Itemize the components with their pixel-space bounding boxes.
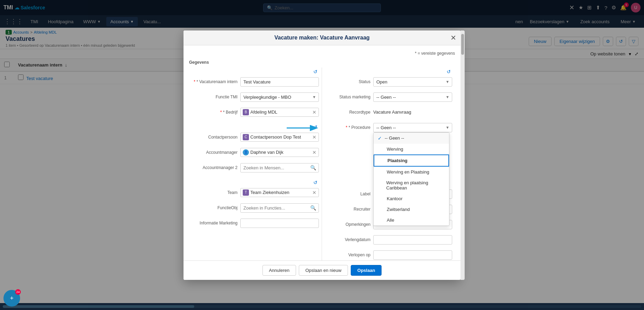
recordtype-value: Vacature Aanvraag [373,108,452,116]
informatie-field [240,219,319,228]
accountmanager-icon: 👤 [243,149,249,156]
status-marketing-field: -- Geen -- ▼ [373,92,452,102]
search-icon: 🔍 [310,165,316,170]
dropdown-item-kantoor[interactable]: Kantoor [374,193,449,204]
modal-vacature: Vacature maken: Vacature Aanvraag ✕ * = … [184,30,460,280]
bedrijf-label: * Bedrijf [192,108,240,115]
dropdown-item-werving-caribbean[interactable]: Werving en plaatsing Caribbean [374,177,449,193]
contactpersoon-value: Contactpersoon Dop Test [250,134,311,140]
reset-team-button[interactable]: ↺ [312,178,319,187]
verlengdatum-row: Verlengdatum [325,235,452,246]
functieobj-row: FunctieObj 🔍 [192,203,319,214]
accountmanager-value: Daphne van Dijk [250,150,311,155]
procedure-dropdown: ✓ -- Geen -- Werving Plaatsing [373,132,449,226]
required-note: * = vereiste gegevens [189,51,455,56]
team-label: Team [192,188,240,195]
bottom-badge[interactable]: + 24 [3,290,20,307]
accountmanager-label: Accountmanager [192,148,240,155]
team-remove-button[interactable]: ✕ [312,190,316,195]
verlopen-row: Verlopen op [325,250,452,260]
accountmanager2-row: Accountmanager 2 🔍 [192,163,319,174]
modal-scrollbar[interactable] [460,30,465,280]
bedrijf-row: * Bedrijf B Afdeling MDL ✕ [192,108,319,119]
opmerkingen-label: Opmerkingen [325,220,373,227]
scrollbar-thumb [461,34,464,55]
form-left-col: ↺ * Vacaturenaam intern Functie TMI [189,68,322,260]
recordtype-row: Recordtype Vacature Aanvraag [325,108,452,119]
reset-contact-button[interactable]: ↺ [312,123,319,131]
bedrijf-remove-button[interactable]: ✕ [312,109,316,115]
verlengdatum-field [373,235,452,245]
verlopen-field [373,250,452,260]
dropdown-item-plaatsing[interactable]: Plaatsing [374,154,449,167]
bedrijf-value: Afdeling MDL [250,109,311,115]
modal-overlay: Vacature maken: Vacature Aanvraag ✕ * = … [0,0,644,310]
recordtype-label: Recordtype [325,108,373,115]
accountmanager-tag[interactable]: 👤 Daphne van Dijk ✕ [240,148,319,157]
informatie-label: Informatie Marketing [192,219,240,225]
dropdown-item-zwitserland[interactable]: Zwitserland [374,204,449,215]
accountmanager-field: 👤 Daphne van Dijk ✕ [240,148,319,157]
recruiter-label: Recruiter [325,205,373,212]
team-field: T Team Ziekenhuizen ✕ [240,188,319,197]
team-value: Team Ziekenhuizen [250,190,311,195]
vacaturenaam-field [240,77,319,87]
save-button[interactable]: Opslaan [351,265,382,276]
status-select[interactable]: Open [373,77,452,87]
vacaturenaam-input[interactable] [240,77,319,87]
functie-field: Verpleegkundige - MBO ▼ [240,92,319,102]
functieobj-label: FunctieObj [192,203,240,210]
dropdown-item-geen[interactable]: ✓ -- Geen -- [374,133,449,144]
badge-count: 24 [15,289,21,295]
contactpersoon-field: C Contactpersoon Dop Test ✕ [240,133,319,142]
status-row: Status Open ▼ [325,77,452,88]
cancel-button[interactable]: Annuleren [262,265,296,276]
functie-row: Functie TMI Verpleegkundige - MBO ▼ [192,92,319,104]
bedrijf-icon: B [243,109,249,115]
procedure-row: * Procedure -- Geen -- ▼ ✓ -- Geen -- [325,123,452,134]
dropdown-item-werving-plaatsing[interactable]: Werving en Plaatsing [374,167,449,177]
dropdown-item-werving[interactable]: Werving [374,144,449,154]
save-new-button[interactable]: Opslaan en nieuw [299,265,348,276]
vacaturenaam-row: * Vacaturenaam intern [192,77,319,88]
plus-icon: + [10,295,14,302]
modal-title: Vacature maken: Vacature Aanvraag [274,35,369,41]
functieobj-input[interactable] [240,203,319,213]
team-icon: T [243,189,249,196]
contactpersoon-remove-button[interactable]: ✕ [312,134,316,140]
form-grid: ↺ * Vacaturenaam intern Functie TMI [189,68,455,260]
status-marketing-row: Status marketing -- Geen -- ▼ [325,92,452,104]
accountmanager2-label: Accountmanager 2 [192,163,240,170]
informatie-input[interactable] [240,219,319,228]
reset-left-button[interactable]: ↺ [312,68,319,76]
contactpersoon-icon: C [243,134,249,140]
functie-select[interactable]: Verpleegkundige - MBO [240,92,319,102]
team-tag[interactable]: T Team Ziekenhuizen ✕ [240,188,319,197]
procedure-select[interactable]: -- Geen -- [373,123,452,132]
dropdown-item-alle[interactable]: Alle [374,215,449,225]
verlopen-label: Verlopen op [325,250,373,257]
verlopen-input[interactable] [373,250,452,260]
accountmanager-remove-button[interactable]: ✕ [312,150,316,155]
form-right-col: ↺ Status Open ▼ Status [322,68,455,260]
check-icon: ✓ [378,135,382,141]
reset-right-button[interactable]: ↺ [445,68,452,76]
bedrijf-tag[interactable]: B Afdeling MDL ✕ [240,108,319,117]
status-label: Status [325,77,373,84]
recordtype-field: Vacature Aanvraag [373,108,452,116]
modal-close-button[interactable]: ✕ [450,34,456,42]
status-marketing-label: Status marketing [325,92,373,99]
label-label: Label [325,189,373,196]
contactpersoon-tag[interactable]: C Contactpersoon Dop Test ✕ [240,133,319,142]
bedrijf-field: B Afdeling MDL ✕ [240,108,319,117]
accountmanager2-field: 🔍 [240,163,319,172]
verlengdatum-input[interactable] [373,235,452,245]
procedure-label: * Procedure [325,123,373,130]
search-icon: 🔍 [310,205,316,211]
procedure-field: -- Geen -- ▼ ✓ -- Geen -- [373,123,452,132]
status-marketing-select[interactable]: -- Geen -- [373,92,452,102]
accountmanager2-input[interactable] [240,163,319,172]
section-gegevens: Gegevens [189,60,455,65]
verlengdatum-label: Verlengdatum [325,235,373,242]
accountmanager-row: Accountmanager 👤 Daphne van Dijk ✕ [192,148,319,159]
